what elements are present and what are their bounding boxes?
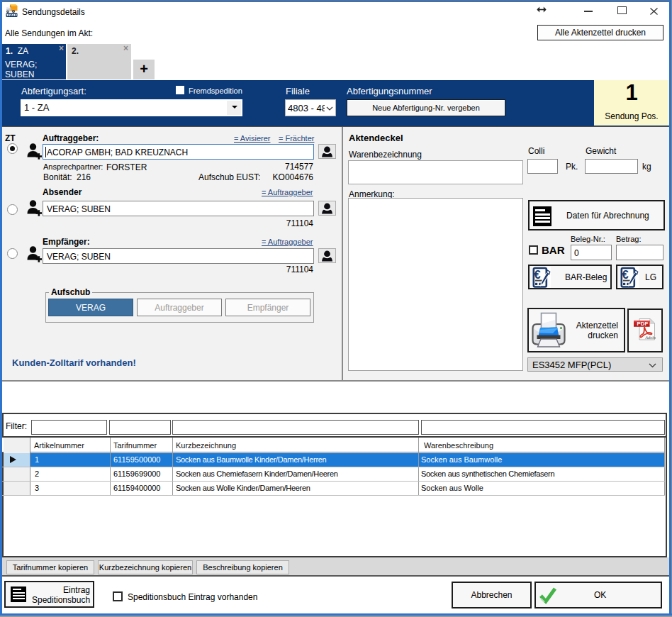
svg-text:Adobe: Adobe	[644, 335, 656, 340]
svg-text:€: €	[622, 268, 629, 281]
svg-text:PDF: PDF	[637, 321, 649, 327]
svg-text:€: €	[534, 268, 541, 281]
